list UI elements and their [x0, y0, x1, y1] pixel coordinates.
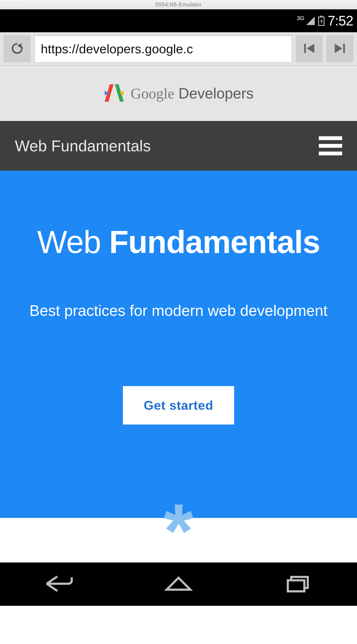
site-logo-text: Google Developers — [130, 85, 254, 102]
emulator-title: 5554:N5-Emulator — [0, 1, 357, 8]
site-logo[interactable]: Google Developers — [103, 82, 254, 105]
reload-button[interactable] — [4, 36, 30, 62]
svg-rect-6 — [343, 44, 345, 53]
svg-marker-3 — [17, 43, 22, 48]
url-text: https://developers.google.c — [41, 42, 193, 56]
brand-google: Google — [130, 85, 174, 102]
browser-toolbar: https://developers.google.c — [0, 32, 357, 66]
url-input[interactable]: https://developers.google.c — [34, 35, 292, 62]
hero-title-light: Web — [37, 224, 109, 260]
mac-minimize-icon[interactable] — [10, 2, 15, 7]
back-icon — [42, 573, 76, 595]
signal-icon — [306, 16, 315, 26]
site-header: Google Developers — [0, 66, 357, 121]
nav-next-button[interactable] — [326, 36, 353, 62]
battery-charging-icon — [318, 16, 324, 26]
mac-zoom-icon[interactable] — [18, 2, 22, 7]
network-type-label: 3G — [297, 15, 304, 22]
mac-traffic-lights — [0, 2, 22, 7]
brand-developers: Developers — [174, 85, 254, 102]
svg-rect-12 — [288, 580, 304, 591]
status-time: 7:52 — [328, 13, 353, 29]
device-screen: 3G 7:52 https://developers.google.c — [0, 9, 357, 643]
hamburger-icon — [319, 152, 342, 156]
hamburger-icon — [319, 144, 342, 148]
svg-marker-2 — [320, 18, 323, 24]
skip-next-icon — [334, 42, 346, 56]
svg-marker-5 — [307, 44, 314, 53]
google-developers-icon — [103, 82, 125, 105]
nav-recents-button[interactable] — [280, 573, 314, 596]
section-bar: Web Fundamentals — [0, 121, 357, 171]
home-icon — [162, 573, 196, 595]
nav-home-button[interactable] — [162, 573, 196, 596]
hero-subtitle: Best practices for modern web developmen… — [19, 301, 338, 320]
menu-button[interactable] — [319, 136, 342, 156]
reload-icon — [11, 42, 24, 56]
svg-marker-7 — [335, 44, 342, 53]
nav-prev-button[interactable] — [296, 36, 322, 62]
skip-previous-icon — [303, 42, 316, 56]
hero-section: Web Fundamentals Best practices for mode… — [0, 171, 357, 518]
emulator-titlebar: 5554:N5-Emulator — [0, 0, 357, 9]
bottom-padding — [0, 606, 357, 643]
android-status-bar: 3G 7:52 — [0, 9, 357, 32]
get-started-button[interactable]: Get started — [123, 386, 234, 424]
hamburger-icon — [319, 136, 342, 140]
mac-close-icon[interactable] — [4, 2, 8, 7]
svg-rect-1 — [320, 16, 322, 17]
nav-back-button[interactable] — [42, 573, 76, 596]
section-title: Web Fundamentals — [15, 137, 151, 155]
hero-title-bold: Fundamentals — [109, 224, 320, 260]
asterisk-icon: * — [164, 492, 193, 569]
hero-title: Web Fundamentals — [19, 226, 338, 258]
svg-rect-4 — [304, 44, 306, 53]
recent-apps-icon — [280, 573, 314, 595]
